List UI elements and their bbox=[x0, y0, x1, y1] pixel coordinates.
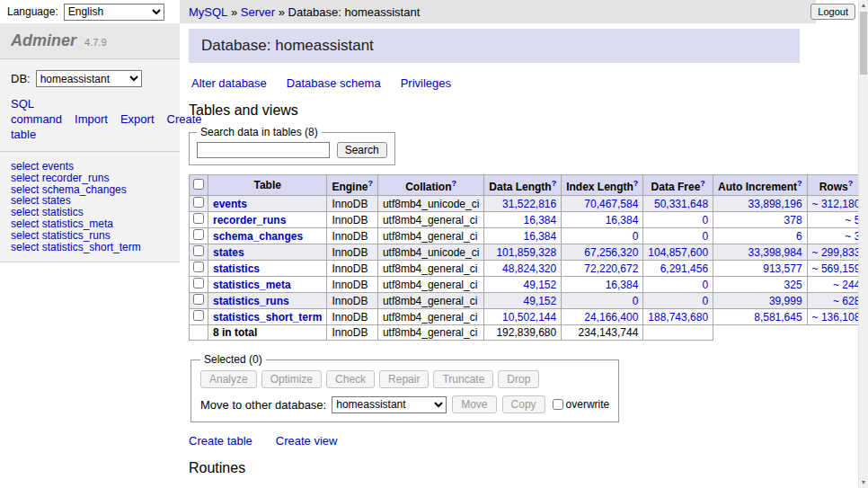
create-table-link[interactable]: Create table bbox=[189, 434, 252, 448]
data-free-value[interactable]: 50,331,648 bbox=[654, 198, 708, 210]
index-length-value[interactable]: 0 bbox=[633, 230, 639, 243]
sidebar-select-recorder-runs[interactable]: select recorder_runs bbox=[11, 173, 169, 184]
copy-button[interactable]: Copy bbox=[502, 395, 545, 413]
sidebar-select-statistics-runs[interactable]: select statistics_runs bbox=[11, 230, 169, 242]
move-db-select[interactable]: homeassistant bbox=[332, 396, 447, 413]
data-free-value[interactable]: 0 bbox=[702, 295, 708, 307]
data-length-value[interactable]: 10,502,144 bbox=[502, 311, 556, 324]
app-version: 4.7.9 bbox=[84, 37, 106, 48]
index-length-value[interactable]: 70,467,584 bbox=[584, 198, 638, 210]
index-length-value[interactable]: 72,220,672 bbox=[584, 262, 638, 275]
table-link-statistics[interactable]: statistics bbox=[213, 262, 260, 275]
sidebar-select-statistics-short-term[interactable]: select statistics_short_term bbox=[11, 242, 169, 253]
analyze-button[interactable]: Analyze bbox=[200, 370, 257, 388]
row-checkbox-schema-changes[interactable] bbox=[193, 229, 204, 240]
row-checkbox-statistics-meta[interactable] bbox=[193, 278, 204, 288]
row-checkbox-recorder-runs[interactable] bbox=[193, 213, 204, 224]
index-length-value[interactable]: 24,166,400 bbox=[584, 311, 638, 324]
data-length-value[interactable]: 31,522,816 bbox=[502, 198, 556, 210]
sidebar-select-events[interactable]: select events bbox=[11, 161, 169, 173]
auto-increment-value[interactable]: 325 bbox=[784, 279, 802, 291]
index-length-value[interactable]: 0 bbox=[633, 295, 639, 307]
data-length-value[interactable]: 49,152 bbox=[523, 295, 556, 307]
database-schema-link[interactable]: Database schema bbox=[287, 76, 381, 90]
data-length-value[interactable]: 49,152 bbox=[523, 279, 556, 291]
rows-value[interactable]: ~ 628 bbox=[833, 295, 860, 307]
move-button[interactable]: Move bbox=[452, 395, 496, 413]
data-free-value[interactable]: 6,291,456 bbox=[660, 262, 708, 275]
repair-button[interactable]: Repair bbox=[379, 370, 429, 388]
table-link-statistics-short-term[interactable]: statistics_short_term bbox=[213, 311, 322, 324]
scrollbar-thumb[interactable] bbox=[860, 12, 867, 75]
data-free-value[interactable]: 0 bbox=[702, 214, 708, 226]
auto-increment-value[interactable]: 8,581,645 bbox=[754, 311, 802, 324]
row-checkbox-statistics-runs[interactable] bbox=[193, 294, 204, 305]
row-checkbox-events[interactable] bbox=[193, 197, 204, 208]
data-length-value[interactable]: 16,384 bbox=[523, 230, 556, 243]
scrollbar-up-arrow[interactable]: ▲ bbox=[859, 0, 868, 11]
rows-value[interactable]: ~ 244 bbox=[833, 279, 860, 291]
privileges-link[interactable]: Privileges bbox=[401, 76, 451, 90]
table-link-recorder-runs[interactable]: recorder_runs bbox=[213, 214, 286, 226]
data-free-value[interactable]: 0 bbox=[702, 279, 708, 291]
column-help-link-collation[interactable]: ? bbox=[452, 179, 457, 188]
data-length-value[interactable]: 48,824,320 bbox=[502, 262, 556, 275]
optimize-button[interactable]: Optimize bbox=[261, 370, 322, 388]
row-checkbox-states[interactable] bbox=[193, 245, 204, 256]
column-help-link-engine[interactable]: ? bbox=[368, 179, 373, 188]
rows-cell: ~ 299,833 bbox=[807, 244, 865, 261]
data-length-value[interactable]: 16,384 bbox=[523, 214, 556, 226]
table-link-statistics-meta[interactable]: statistics_meta bbox=[213, 279, 291, 291]
data-free-value[interactable]: 104,857,600 bbox=[648, 246, 708, 259]
search-input[interactable] bbox=[197, 142, 330, 158]
scrollbar[interactable]: ▲ ▼ bbox=[858, 0, 868, 488]
auto-increment-value[interactable]: 33,898,196 bbox=[748, 198, 802, 210]
breadcrumb-link-server[interactable]: Server bbox=[241, 5, 275, 19]
overwrite-checkbox[interactable] bbox=[553, 399, 563, 410]
logout-button[interactable]: Logout bbox=[810, 4, 855, 20]
select-all-checkbox[interactable] bbox=[193, 179, 204, 190]
column-help-link-data-length[interactable]: ? bbox=[552, 179, 557, 188]
data-free-value[interactable]: 0 bbox=[702, 230, 708, 243]
row-checkbox-statistics-short-term[interactable] bbox=[193, 310, 204, 321]
auto-increment-value[interactable]: 6 bbox=[796, 230, 802, 243]
truncate-button[interactable]: Truncate bbox=[433, 370, 493, 388]
index-length-value[interactable]: 16,384 bbox=[606, 279, 639, 291]
sidebar-select-statistics-meta[interactable]: select statistics_meta bbox=[11, 218, 169, 230]
row-checkbox-statistics[interactable] bbox=[193, 262, 204, 272]
sidebar-link-import[interactable]: Import bbox=[75, 112, 108, 126]
collation-cell: utf8mb4_unicode_ci bbox=[377, 196, 483, 212]
totals-index-length-cell: 234,143,744 bbox=[562, 325, 643, 341]
table-link-schema-changes[interactable]: schema_changes bbox=[213, 230, 303, 243]
data-length-value[interactable]: 101,859,328 bbox=[496, 246, 556, 259]
check-button[interactable]: Check bbox=[326, 370, 375, 388]
auto-increment-value[interactable]: 378 bbox=[784, 214, 802, 226]
scrollbar-down-arrow[interactable]: ▼ bbox=[859, 477, 868, 488]
column-help-link-index-length[interactable]: ? bbox=[633, 179, 639, 188]
alter-database-link[interactable]: Alter database bbox=[191, 76, 267, 90]
language-select[interactable]: English bbox=[64, 4, 164, 21]
rows-value[interactable]: ~ 569,159 bbox=[812, 262, 861, 275]
search-button[interactable]: Search bbox=[337, 142, 387, 158]
drop-button[interactable]: Drop bbox=[498, 370, 539, 388]
sidebar-link-export[interactable]: Export bbox=[120, 112, 155, 126]
table-link-events[interactable]: events bbox=[213, 198, 247, 210]
column-help-link-auto-increment[interactable]: ? bbox=[797, 179, 802, 188]
index-length-value[interactable]: 67,256,320 bbox=[584, 246, 638, 259]
sidebar-link-sql-command[interactable]: SQL command bbox=[11, 97, 62, 126]
breadcrumb-link-mysql[interactable]: MySQL bbox=[189, 5, 227, 19]
create-view-link[interactable]: Create view bbox=[276, 434, 338, 448]
column-help-link-data-free[interactable]: ? bbox=[700, 179, 705, 188]
auto-increment-value[interactable]: 913,577 bbox=[763, 262, 802, 275]
rows-value[interactable]: ~ 312,180 bbox=[812, 198, 861, 210]
rows-value[interactable]: ~ 299,833 bbox=[812, 246, 861, 259]
column-help-link-rows[interactable]: ? bbox=[848, 179, 854, 188]
db-select[interactable]: homeassistant bbox=[36, 70, 142, 87]
table-link-states[interactable]: states bbox=[213, 246, 244, 259]
table-link-statistics-runs[interactable]: statistics_runs bbox=[213, 295, 289, 307]
rows-value[interactable]: ~ 136,108 bbox=[812, 311, 861, 324]
index-length-value[interactable]: 16,384 bbox=[606, 214, 639, 226]
auto-increment-value[interactable]: 33,398,984 bbox=[748, 246, 802, 259]
data-free-value[interactable]: 188,743,680 bbox=[648, 311, 708, 324]
auto-increment-value[interactable]: 39,999 bbox=[769, 295, 802, 307]
